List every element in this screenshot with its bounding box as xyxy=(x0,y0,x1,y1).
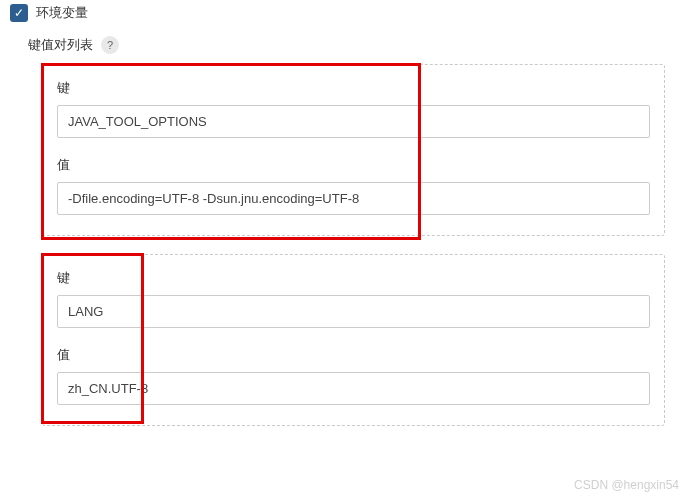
value-label: 值 xyxy=(57,346,650,364)
checked-icon[interactable]: ✓ xyxy=(10,4,28,22)
value-input[interactable] xyxy=(57,182,650,215)
section-header: ✓ 环境变量 xyxy=(0,0,693,26)
key-input[interactable] xyxy=(57,295,650,328)
kv-entry-panel: 键 值 xyxy=(42,254,665,426)
section-title: 环境变量 xyxy=(36,4,88,22)
key-label: 键 xyxy=(57,269,650,287)
key-input[interactable] xyxy=(57,105,650,138)
kv-entry-panel: 键 值 xyxy=(42,64,665,236)
value-label: 值 xyxy=(57,156,650,174)
key-label: 键 xyxy=(57,79,650,97)
help-icon[interactable]: ? xyxy=(101,36,119,54)
subsection-header: 键值对列表 ? xyxy=(0,26,693,64)
value-input[interactable] xyxy=(57,372,650,405)
kv-list-label: 键值对列表 xyxy=(28,36,93,54)
